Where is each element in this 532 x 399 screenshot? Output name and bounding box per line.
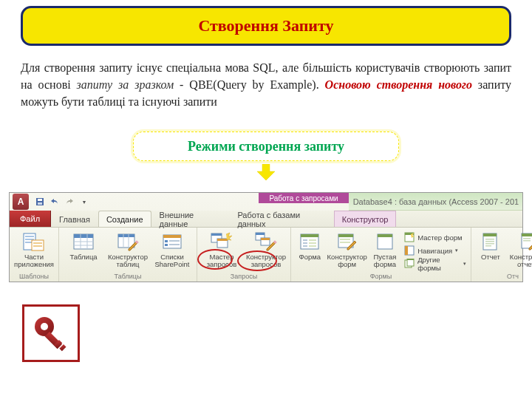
undo-icon[interactable] (50, 197, 60, 207)
other-forms-button[interactable]: Другие формы ▾ (403, 258, 468, 270)
form-button[interactable]: Форма (294, 229, 326, 262)
report-button[interactable]: Отчет (474, 229, 507, 262)
form-wizard-button[interactable]: Мастер форм (403, 231, 468, 243)
svg-rect-67 (523, 240, 531, 242)
svg-rect-50 (378, 234, 392, 237)
access-key-icon (22, 304, 80, 362)
context-label: Работа с запросами (259, 193, 348, 203)
title-box: Створення Запиту (21, 6, 511, 46)
ribbon-tabs: Файл Главная Создание Внешние данные Раб… (10, 211, 522, 227)
tab-dbtools-label: Работа с базами данных (237, 211, 325, 228)
group-forms: Форма Конструкторформ Пустаяформа Мастер… (291, 228, 471, 282)
svg-rect-2 (38, 199, 42, 201)
tab-file-label: Файл (20, 214, 40, 223)
svg-rect-63 (485, 245, 491, 247)
form-design-label: Конструкторформ (327, 253, 367, 269)
qat-dropdown-icon[interactable]: ▼ (79, 197, 89, 207)
svg-rect-61 (485, 241, 494, 242)
table-design-button[interactable]: Конструктортаблиц (106, 229, 149, 270)
tab-design[interactable]: Конструктор (334, 211, 397, 227)
form-wizard-icon (404, 232, 415, 242)
svg-rect-3 (38, 202, 42, 205)
svg-rect-48 (340, 242, 350, 243)
table-button[interactable]: Таблица (62, 229, 105, 262)
tab-external[interactable]: Внешние данные (151, 211, 230, 227)
svg-rect-54 (405, 246, 408, 255)
app-parts-button[interactable]: Частиприложения (13, 229, 55, 270)
subtitle: Режими створення запиту (188, 139, 344, 154)
svg-rect-26 (165, 244, 168, 246)
svg-rect-65 (522, 233, 532, 236)
svg-rect-39 (303, 239, 307, 241)
para-text-3: - QBE(Query by Example). (174, 78, 324, 91)
report-icon (479, 231, 502, 253)
form-design-button[interactable]: Конструкторформ (327, 229, 367, 270)
group-templates-label: Шаблоны (13, 272, 55, 282)
blank-form-icon (373, 231, 397, 253)
blank-form-button[interactable]: Пустаяформа (369, 229, 401, 270)
contextual-tab-header: Работа с запросами (259, 193, 348, 211)
access-ribbon: A ▼ Работа с запросами Database4 : база … (9, 192, 523, 282)
tab-external-label: Внешние данные (160, 211, 222, 228)
svg-rect-66 (523, 238, 531, 239)
report-design-button[interactable]: Конструкторотчетов (508, 229, 532, 270)
form-design-icon (335, 231, 359, 253)
app-parts-icon (22, 231, 46, 253)
svg-rect-43 (303, 245, 307, 247)
svg-rect-9 (33, 242, 42, 244)
save-icon[interactable] (35, 197, 45, 207)
tab-file[interactable]: Файл (10, 211, 51, 227)
svg-rect-12 (74, 234, 93, 238)
query-design-button[interactable]: Конструкторзапросов (245, 229, 287, 270)
svg-rect-42 (309, 242, 316, 244)
svg-rect-38 (301, 234, 318, 237)
svg-rect-62 (485, 243, 494, 245)
svg-rect-23 (163, 235, 181, 238)
other-forms-label: Другие формы (417, 256, 460, 272)
form-label: Форма (299, 253, 321, 261)
svg-rect-41 (303, 242, 307, 244)
svg-rect-25 (169, 240, 180, 242)
svg-rect-27 (169, 244, 180, 245)
svg-point-69 (41, 323, 48, 330)
report-design-icon (518, 231, 532, 253)
app-icon[interactable]: A (13, 194, 29, 210)
other-forms-icon (404, 259, 415, 269)
tab-create-label: Создание (106, 215, 143, 224)
group-templates: Частиприложения Шаблоны (10, 228, 59, 282)
tab-dbtools[interactable]: Работа с базами данных (229, 211, 333, 227)
sharepoint-button[interactable]: СпискиSharePoint (151, 229, 194, 270)
sharepoint-label: СпискиSharePoint (154, 253, 189, 269)
sharepoint-icon (160, 231, 184, 253)
table-icon (72, 231, 95, 253)
svg-rect-35 (261, 238, 270, 240)
query-wizard-button[interactable]: Мастерзапросов (200, 229, 243, 270)
page-title: Створення Запиту (198, 16, 333, 35)
svg-rect-40 (309, 239, 316, 241)
app-letter: A (18, 197, 24, 207)
svg-rect-5 (25, 236, 34, 237)
navigation-button[interactable]: Навигация ▾ (403, 245, 468, 256)
tab-create[interactable]: Создание (98, 211, 151, 227)
para-italic: запиту за зразком (77, 78, 174, 91)
svg-rect-31 (217, 239, 228, 241)
ribbon-body: Частиприложения Шаблоны Таблица Конструк… (10, 227, 522, 282)
dropdown-icon: ▾ (455, 248, 458, 253)
quick-access-toolbar: ▼ (29, 193, 89, 211)
query-design-label: Конструкторзапросов (246, 253, 286, 269)
svg-rect-33 (256, 233, 265, 235)
redo-icon[interactable] (64, 197, 75, 207)
group-forms-label: Формы (294, 272, 468, 282)
window-title: Database4 : база данных (Access 2007 - 2… (349, 193, 522, 211)
table-label: Таблица (69, 253, 97, 261)
svg-rect-46 (338, 234, 353, 237)
report-design-label: Конструкторотчетов (510, 253, 532, 269)
group-tables-label: Таблицы (62, 272, 194, 282)
tab-home[interactable]: Главная (51, 211, 98, 227)
query-design-icon (254, 231, 278, 253)
app-parts-label: Частиприложения (14, 253, 54, 269)
navigation-icon (404, 245, 415, 256)
navigation-label: Навигация (417, 247, 452, 255)
subtitle-box: Режими створення запиту (133, 132, 399, 161)
svg-marker-0 (257, 164, 275, 180)
